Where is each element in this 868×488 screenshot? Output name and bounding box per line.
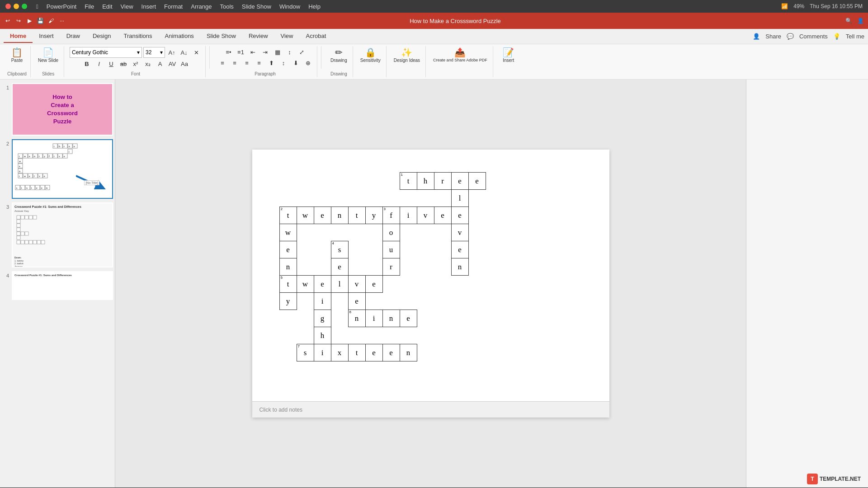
slide-thumb-4[interactable]: 4 Crossword Puzzle #1: Sums and Differen…	[2, 271, 113, 300]
slideshow-menu[interactable]: Slide Show	[242, 3, 271, 10]
svg-rect-81	[29, 240, 33, 244]
format-menu[interactable]: Format	[164, 3, 183, 10]
slide-3-thumbnail[interactable]: Crossword Puzzle #1: Sums and Difference…	[12, 202, 113, 267]
slide-4-thumbnail[interactable]: Crossword Puzzle #1: Sums and Difference…	[12, 271, 113, 300]
redo-icon[interactable]: ↪	[14, 17, 23, 25]
maximize-button[interactable]	[22, 4, 27, 9]
increase-indent-btn[interactable]: ⇥	[260, 47, 271, 57]
new-slide-button[interactable]: 📄 New Slide	[36, 47, 60, 64]
columns-btn[interactable]: ▦	[272, 47, 283, 57]
strikethrough-btn[interactable]: ab	[118, 59, 129, 69]
present-icon[interactable]: ▶	[25, 17, 33, 25]
slide-panel: 1 How toCreate aCrosswordPuzzle 2	[0, 80, 115, 488]
underline-btn[interactable]: U	[106, 59, 117, 69]
apple-menu[interactable]: 	[36, 3, 38, 10]
comments-button[interactable]: Comments	[799, 33, 828, 40]
superscript-btn[interactable]: x²	[130, 59, 141, 69]
cw-cell: l	[331, 276, 348, 293]
align-middle-btn[interactable]: ↕	[278, 58, 289, 68]
drawing-button[interactable]: ✏ Drawing	[329, 47, 349, 64]
tab-animations[interactable]: Animations	[159, 30, 200, 43]
tab-view[interactable]: View	[274, 30, 300, 43]
edit-menu[interactable]: Edit	[102, 3, 112, 10]
close-button[interactable]	[5, 4, 11, 9]
slide-thumb-3[interactable]: 3 Crossword Puzzle #1: Sums and Differen…	[2, 202, 113, 267]
align-right-btn[interactable]: ≡	[241, 58, 252, 68]
insert-menu[interactable]: Insert	[142, 3, 156, 10]
cw-cell-empty	[417, 224, 434, 241]
cw-cell-empty	[365, 173, 382, 190]
tab-home[interactable]: Home	[4, 30, 33, 43]
subscript-btn[interactable]: x₂	[142, 59, 153, 69]
insert-button[interactable]: 📝 Insert	[500, 47, 518, 64]
cw-cell-empty	[451, 276, 468, 293]
file-menu[interactable]: File	[85, 3, 94, 10]
char-spacing-btn[interactable]: AV	[167, 59, 178, 69]
font-size-selector[interactable]: 32 ▾	[143, 47, 165, 58]
slide-thumb-2[interactable]: 2 t h r e e	[2, 139, 113, 199]
text-shadow-btn[interactable]: A	[155, 59, 165, 69]
increase-font-btn[interactable]: A↑	[166, 47, 177, 57]
clear-format-btn[interactable]: ✕	[191, 47, 202, 57]
tab-review[interactable]: Review	[242, 30, 274, 43]
align-bottom-btn[interactable]: ⬇	[290, 58, 301, 68]
tab-transitions[interactable]: Transitions	[117, 30, 158, 43]
slide-2-thumbnail[interactable]: t h r e e l	[12, 139, 113, 199]
tools-menu[interactable]: Tools	[220, 3, 233, 10]
justify-btn[interactable]: ≡	[254, 58, 264, 68]
notes-placeholder[interactable]: Click to add notes	[259, 407, 302, 413]
cw-cell-empty	[279, 173, 297, 190]
tab-slideshow[interactable]: Slide Show	[200, 30, 242, 43]
create-share-button[interactable]: 📤 Create and Share Adobe PDF	[431, 47, 489, 63]
line-spacing-btn[interactable]: ↕	[284, 47, 295, 57]
slide-1-thumbnail[interactable]: How toCreate aCrosswordPuzzle	[12, 83, 113, 136]
numbering-btn[interactable]: ≡1	[236, 47, 246, 57]
sensitivity-button[interactable]: 🔒 Sensitivity	[359, 47, 382, 64]
paste-button[interactable]: 📋 Paste	[8, 47, 26, 64]
tab-draw[interactable]: Draw	[60, 30, 86, 43]
help-menu[interactable]: Help	[308, 3, 321, 10]
text-direction-btn[interactable]: ⤢	[297, 47, 307, 57]
search-icon[interactable]: 🔍	[844, 17, 853, 25]
tab-acrobat[interactable]: Acrobat	[300, 30, 333, 43]
align-top-btn[interactable]: ⬆	[266, 58, 277, 68]
align-left-btn[interactable]: ≡	[217, 58, 228, 68]
cw-cell-empty	[468, 310, 486, 327]
cw-cell: v	[348, 276, 365, 293]
minimize-button[interactable]	[14, 4, 19, 9]
italic-btn[interactable]: I	[94, 59, 104, 69]
arrange-menu[interactable]: Arrange	[191, 3, 212, 10]
slide-thumb-1[interactable]: 1 How toCreate aCrosswordPuzzle	[2, 83, 113, 136]
window-menu[interactable]: Window	[279, 3, 300, 10]
cw-cell-empty	[314, 241, 331, 258]
view-menu[interactable]: View	[121, 3, 133, 10]
bold-btn[interactable]: B	[81, 59, 92, 69]
change-case-btn[interactable]: Aa	[179, 59, 190, 69]
paragraph-group-label: Paragraph	[255, 71, 276, 76]
cw-cell: w	[279, 224, 297, 241]
cw-cell: i	[365, 310, 382, 327]
font-family-selector[interactable]: Century Gothic ▾	[70, 47, 142, 58]
cw-cell: e	[434, 207, 451, 224]
cw-cell-empty	[348, 258, 365, 276]
design-ideas-button[interactable]: ✨ Design Ideas	[392, 47, 422, 64]
svg-text:n: n	[19, 170, 20, 173]
tell-me-input[interactable]: Tell me	[846, 33, 864, 40]
share-button[interactable]: Share	[765, 33, 781, 40]
format-painter-icon[interactable]: 🖌	[47, 17, 55, 25]
decrease-indent-btn[interactable]: ⇤	[248, 47, 259, 57]
paste-icon: 📋	[11, 48, 23, 57]
account-icon[interactable]: 👤	[856, 17, 864, 25]
bullets-btn[interactable]: ≡•	[223, 47, 234, 57]
app-menu[interactable]: PowerPoint	[47, 3, 76, 10]
more-options-icon[interactable]: ···	[58, 17, 66, 25]
decrease-font-btn[interactable]: A↓	[179, 47, 189, 57]
tab-design[interactable]: Design	[86, 30, 117, 43]
smartart-btn[interactable]: ⊕	[302, 58, 313, 68]
svg-rect-73	[17, 228, 20, 231]
cw-cell: r	[382, 258, 400, 276]
tab-insert[interactable]: Insert	[33, 30, 60, 43]
align-center-btn[interactable]: ≡	[229, 58, 240, 68]
undo-icon[interactable]: ↩	[4, 17, 12, 25]
save-icon[interactable]: 💾	[36, 17, 44, 25]
